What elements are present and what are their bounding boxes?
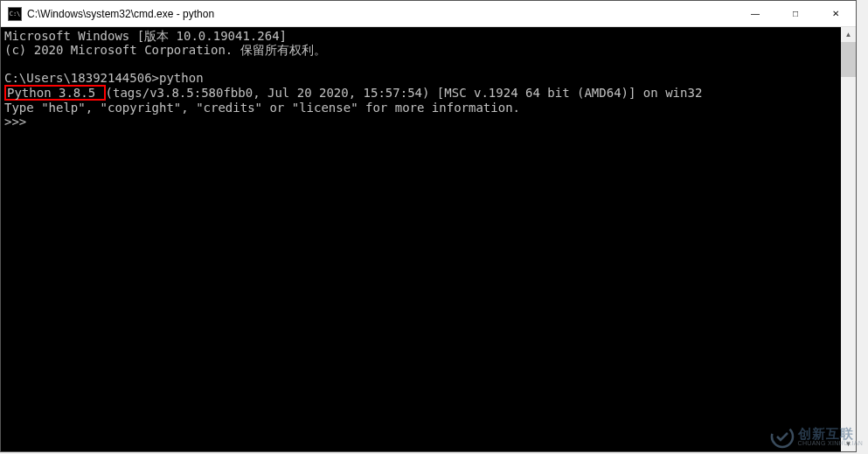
output-line: Microsoft Windows [版本 10.0.19041.264] [4,29,287,43]
output-line: (tags/v3.8.5:580fbb0, Jul 20 2020, 15:57… [106,86,703,100]
python-version-highlight: Python 3.8.5 [4,85,106,101]
maximize-button[interactable]: □ [775,1,816,26]
scroll-up-arrow[interactable]: ▲ [841,27,856,42]
prompt-path: C:\Users\18392144506> [4,71,159,85]
watermark-main: 创新互联 [798,427,863,440]
typed-command: python [159,71,204,85]
terminal-output[interactable]: Microsoft Windows [版本 10.0.19041.264] (c… [1,27,841,451]
close-button[interactable]: ✕ [816,1,856,26]
vertical-scrollbar[interactable]: ▲ ▼ [841,27,856,451]
cmd-window: C:\ C:\Windows\system32\cmd.exe - python… [0,0,857,452]
window-title: C:\Windows\system32\cmd.exe - python [27,8,735,20]
scroll-thumb[interactable] [841,42,856,77]
svg-point-0 [770,424,795,449]
terminal-area: Microsoft Windows [版本 10.0.19041.264] (c… [1,27,856,451]
cmd-icon: C:\ [8,7,22,21]
window-controls: — □ ✕ [735,1,856,26]
watermark-logo-icon [770,424,795,449]
watermark-sub: CHUANG XINHULIAN [798,440,863,446]
watermark-text: 创新互联 CHUANG XINHULIAN [798,427,863,446]
python-prompt: >>> [4,115,34,129]
titlebar[interactable]: C:\ C:\Windows\system32\cmd.exe - python… [1,1,856,27]
output-line: Type "help", "copyright", "credits" or "… [4,101,520,115]
minimize-button[interactable]: — [735,1,775,26]
watermark: 创新互联 CHUANG XINHULIAN [770,424,863,449]
output-line: (c) 2020 Microsoft Corporation. 保留所有权利。 [4,43,326,57]
